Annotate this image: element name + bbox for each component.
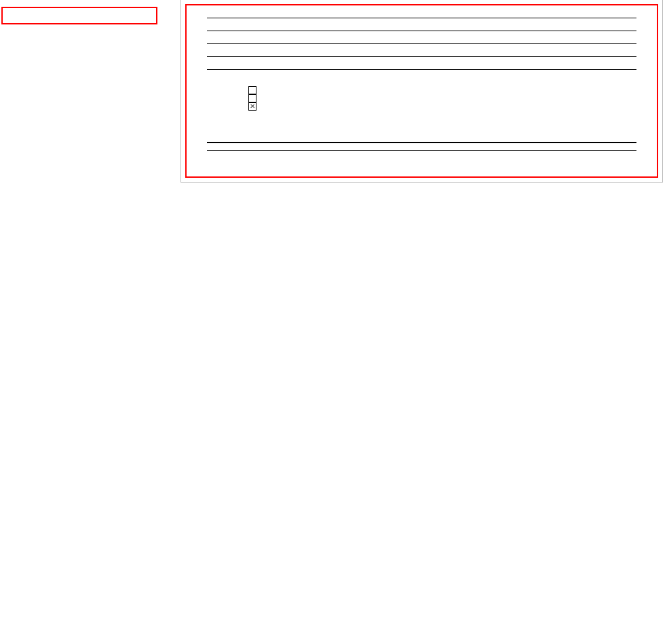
document-viewer	[180, 0, 663, 183]
invalid-files-panel	[1, 7, 157, 24]
sidebar-tree	[0, 0, 176, 183]
checkbox-unchecked-icon	[248, 86, 256, 94]
option-maintain-valid	[248, 102, 623, 111]
option-all-invalid	[248, 86, 623, 94]
checkbox-checked-icon	[248, 102, 256, 111]
document-page	[185, 4, 658, 178]
option-partial-invalid	[248, 94, 623, 102]
section-title-invalid	[5, 10, 156, 22]
checkbox-unchecked-icon	[248, 94, 256, 102]
